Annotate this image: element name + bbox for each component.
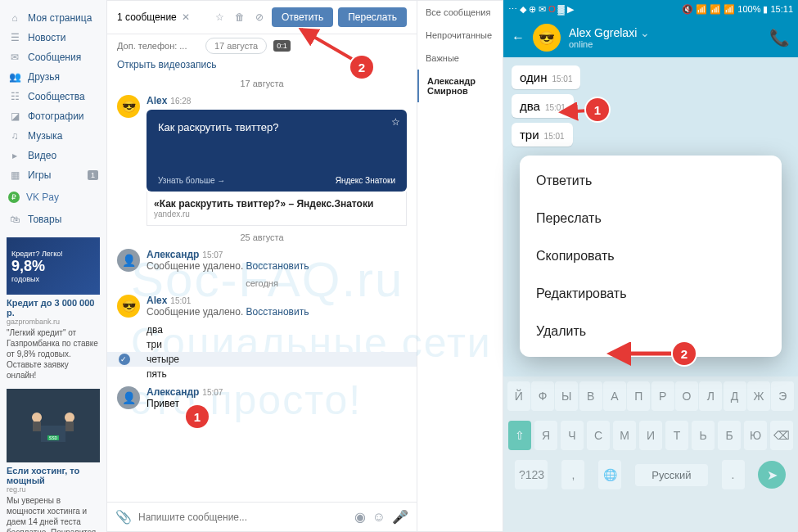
arrow-to-spam [295, 25, 360, 65]
signal-icon: 📶 [710, 4, 721, 15]
message-alexander-2: 👤 Александр15:07 Привет [117, 386, 407, 409]
compose-input[interactable] [138, 512, 348, 523]
news-icon: ☰ [8, 31, 21, 44]
svg-rect-6 [65, 422, 74, 431]
keyboard: ЙФЫВАПРОЛДЖЭ ⇧ЯЧСМИТЬБЮ⌫ ?123 , 🌐 Русски… [503, 376, 798, 532]
groups-icon: ☷ [8, 90, 21, 103]
nav-photos[interactable]: ◪Фотографии [0, 106, 106, 126]
key[interactable]: Д [724, 381, 746, 411]
link-preview[interactable]: «Как раскрутить твиттер?» – Яндекс.Знато… [147, 192, 407, 226]
avatar-alex[interactable]: 😎 [117, 95, 140, 118]
menu-copy[interactable]: Скопировать [520, 237, 782, 275]
key[interactable]: Б [718, 421, 741, 450]
wifi-icon: 📶 [696, 4, 707, 15]
dot-key[interactable]: . [722, 460, 745, 489]
clear-selection[interactable]: ✕ [182, 11, 190, 23]
key[interactable]: А [603, 381, 626, 411]
key[interactable]: И [639, 421, 662, 450]
photo-icon: ◪ [8, 110, 21, 123]
nav-music[interactable]: ♫Музыка [0, 126, 106, 146]
contact-name[interactable]: Alex Ggrelaxi ⌄ [569, 26, 650, 39]
nav-market[interactable]: 🛍Товары [0, 210, 106, 229]
link-card[interactable]: ☆ Как раскрутить твиттер? Узнать больше … [147, 110, 407, 192]
key[interactable]: Л [699, 381, 722, 411]
key[interactable]: Р [651, 381, 674, 411]
key[interactable]: Я [534, 421, 557, 450]
avatar-alex[interactable]: 😎 [117, 295, 140, 318]
filter-all[interactable]: Все сообщения [417, 1, 503, 24]
comma-key[interactable]: , [561, 460, 584, 489]
menu-forward[interactable]: Переслать [520, 200, 782, 237]
key[interactable]: Ь [692, 421, 715, 450]
shift-key[interactable]: ⇧ [508, 421, 531, 450]
filters-panel: Все сообщения Непрочитанные Важные Алекс… [417, 0, 503, 532]
key[interactable]: Ф [531, 381, 554, 411]
back-icon[interactable]: ← [512, 30, 525, 45]
key[interactable]: Э [771, 381, 794, 411]
restore-link[interactable]: Восстановить [246, 260, 309, 272]
star-icon[interactable]: ☆ [213, 10, 228, 25]
call-icon[interactable]: 📞 [769, 28, 790, 47]
message-alex-2: 😎 Alex15:01 Сообщение удалено. Восстанов… [117, 295, 407, 318]
contact-avatar[interactable]: 😎 [533, 24, 561, 52]
chat-header: ← 😎 Alex Ggrelaxi ⌄ online 📞 [503, 18, 798, 57]
send-button[interactable]: ➤ [758, 461, 786, 489]
backspace-key[interactable]: ⌫ [770, 421, 793, 450]
nav-groups[interactable]: ☷Сообщества [0, 87, 106, 106]
emoji-icon[interactable]: ☺ [372, 510, 385, 525]
key[interactable]: Й [507, 381, 530, 411]
key[interactable]: О [675, 381, 698, 411]
ad-credit[interactable]: Кредит? Легко! 9,8% годовых Кредит до 3 … [7, 237, 100, 381]
camera-icon[interactable]: ◉ [354, 509, 366, 525]
avatar-alexander[interactable]: 👤 [117, 386, 140, 409]
message-alexander-1: 👤 Александр15:07 Сообщение удалено. Восс… [117, 249, 407, 272]
key[interactable]: П [627, 381, 650, 411]
key[interactable]: Ю [744, 421, 767, 450]
filter-unread[interactable]: Непрочитанные [417, 24, 503, 47]
nav-friends[interactable]: 👥Друзья [0, 67, 106, 87]
trash-icon[interactable]: 🗑 [232, 10, 247, 25]
globe-icon[interactable]: 🌐 [598, 460, 621, 489]
nav-games[interactable]: ▦Игры1 [0, 165, 106, 185]
numkey[interactable]: ?123 [515, 460, 548, 489]
key[interactable]: Ы [555, 381, 578, 411]
marker-2-phone: 2 [673, 342, 696, 365]
avatar-alexander[interactable]: 👤 [117, 249, 140, 272]
phone-input[interactable] [117, 41, 199, 51]
menu-edit[interactable]: Редактировать [520, 275, 782, 313]
key[interactable]: Ч [561, 421, 584, 450]
bubble-1[interactable]: один15:01 [512, 65, 580, 89]
date-chip: 17 августа [205, 38, 267, 54]
nav-news[interactable]: ☰Новости [0, 28, 106, 47]
card-star-icon[interactable]: ☆ [391, 116, 400, 128]
filter-person[interactable]: Александр Смирнов [417, 70, 503, 102]
msg-pyat[interactable]: пять [117, 367, 407, 381]
nav-my-page[interactable]: ⌂Моя страница [0, 8, 106, 28]
svg-text:SSD: SSD [49, 435, 58, 440]
restore-link[interactable]: Восстановить [246, 306, 309, 318]
friends-icon: 👥 [8, 70, 21, 83]
key[interactable]: Т [665, 421, 688, 450]
mute-icon: 🔇 [682, 4, 693, 15]
nav-vkpay[interactable]: ₽VK Pay [0, 185, 106, 210]
msg-tri[interactable]: три [117, 337, 407, 352]
chat-panel: 1 сообщение ✕ ☆ 🗑 ⊘ Ответить Переслать 1… [106, 0, 417, 532]
space-key[interactable]: Русский [635, 464, 707, 486]
msg-dva[interactable]: два [117, 322, 407, 337]
menu-reply[interactable]: Ответить [520, 162, 782, 200]
ad-hosting[interactable]: SSD Если хостинг, то мощный reg.ru Мы ув… [7, 389, 100, 532]
nav-messages[interactable]: ✉Сообщения [0, 47, 106, 67]
ad-credit-image: Кредит? Легко! 9,8% годовых [7, 237, 100, 295]
voice-icon[interactable]: 🎤 [392, 509, 408, 525]
key[interactable]: С [587, 421, 610, 450]
spam-icon[interactable]: ⊘ [252, 10, 267, 25]
attach-icon[interactable]: 📎 [115, 509, 132, 525]
key[interactable]: В [579, 381, 602, 411]
music-icon: ♫ [8, 129, 21, 142]
nav-video[interactable]: ▸Видео [0, 146, 106, 165]
filter-important[interactable]: Важные [417, 47, 503, 70]
msg-chetyre-selected[interactable]: четыре [107, 352, 417, 367]
key[interactable]: М [613, 421, 636, 450]
key[interactable]: Ж [747, 381, 770, 411]
marker-1-phone: 1 [586, 98, 609, 121]
